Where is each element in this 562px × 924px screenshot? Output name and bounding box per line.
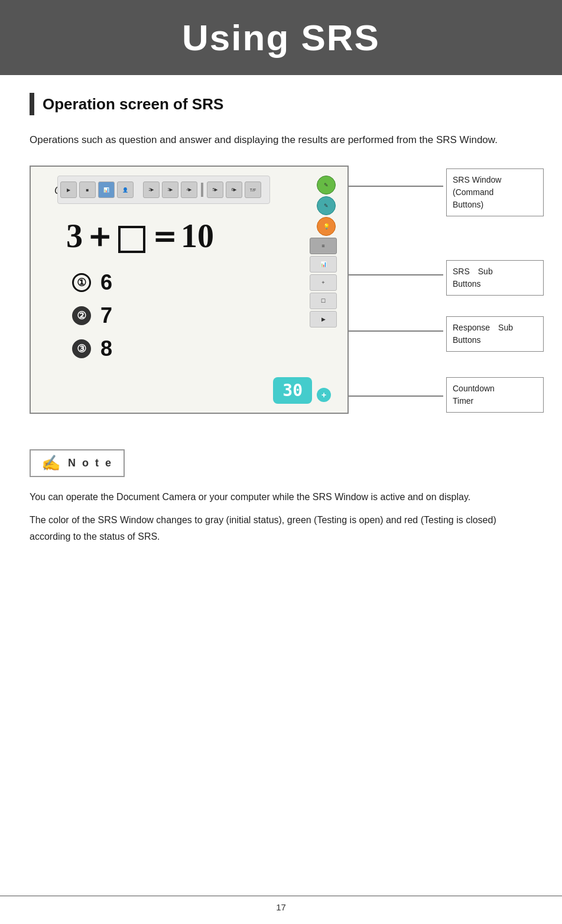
note-line-2: The color of the SRS Window changes to g… [30,512,532,544]
callout-countdown-label: CountdownTimer [453,384,495,406]
section-title-accent [30,93,34,115]
note-text-1: You can operate the Document Camera or y… [30,489,532,544]
note-badge: ✍ N o t e [30,449,125,477]
toolbar-btn-9[interactable]: 6▶ [226,181,242,198]
page-number: 17 [276,902,286,912]
note-section: ✍ N o t e [30,449,532,477]
toolbar-btn-8[interactable]: 5▶ [207,181,223,198]
right-btn-7[interactable]: ☐ [310,293,337,309]
answer-value-3: 8 [100,336,112,361]
content-area: Operation screen of SRS Operations such … [0,75,562,562]
right-btn-5[interactable]: 📊 [310,256,337,273]
math-square [118,226,145,253]
page-title: Using SRS [24,17,538,59]
callout-response-sub: Response SubButtons [446,316,544,352]
callout-countdown: CountdownTimer [446,377,544,413]
answer-value-1: 6 [100,270,112,295]
note-icon: ✍ [41,454,62,472]
circle-1: ① [72,273,91,292]
answer-options: ① 6 ② 7 ③ 8 [72,270,112,369]
callout-srs-sub: SRS SubButtons [446,260,544,296]
section-title: Operation screen of SRS [43,95,223,114]
right-btn-2[interactable]: ✎ [317,196,336,215]
note-badge-text: N o t e [68,457,113,469]
math-equation: 3＋＝10 [66,214,214,259]
toolbar-btn-2[interactable]: ■ [79,181,96,198]
top-toolbar: ▶ ■ 📊 👤 2▶ 3▶ 4▶ 5▶ 6▶ T/F [57,176,270,204]
section-title-bar: Operation screen of SRS [30,93,532,115]
right-btn-1[interactable]: ✎ [317,176,336,194]
countdown-plus-btn[interactable]: + [317,388,331,402]
toolbar-btn-4[interactable]: 👤 [117,181,134,198]
page-footer: 17 [0,896,562,912]
answer-value-2: 7 [100,303,112,328]
right-btn-3[interactable]: 💡 [317,217,336,236]
right-btn-8[interactable]: ▶ [310,311,337,328]
intro-text: Operations such as question and answer a… [30,132,532,148]
right-btn-6[interactable]: + [310,274,337,291]
page-header: Using SRS [0,0,562,75]
note-line-1: You can operate the Document Camera or y… [30,489,532,505]
answer-option-1: ① 6 [72,270,112,295]
right-btn-4[interactable]: ≡ [310,238,337,254]
toolbar-btn-6[interactable]: 3▶ [162,181,178,198]
circle-2: ② [72,306,91,325]
toolbar-btn-3[interactable]: 📊 [98,181,115,198]
toolbar-btn-7[interactable]: 4▶ [181,181,197,198]
right-toolbar: ✎ ✎ 💡 ≡ 📊 + ☐ ▶ [310,176,343,328]
toolbar-btn-5[interactable]: 2▶ [143,181,160,198]
callout-response-sub-label: Response SubButtons [453,323,513,345]
callout-srs-window-label: SRS Window(CommandButtons) [453,175,501,209]
toolbar-btn-10[interactable]: T/F [245,181,261,198]
answer-option-2: ② 7 [72,303,112,328]
diagram-area: Q1 ▶ ■ 📊 👤 2▶ 3▶ 4▶ 5▶ 6▶ T/F 3＋＝10 [30,166,544,420]
countdown-display: 30 [273,377,312,404]
srs-window-box: Q1 ▶ ■ 📊 👤 2▶ 3▶ 4▶ 5▶ 6▶ T/F 3＋＝10 [30,166,349,414]
circle-3: ③ [72,339,91,358]
callout-srs-sub-label: SRS SubButtons [453,267,493,288]
answer-option-3: ③ 8 [72,336,112,361]
toolbar-btn-1[interactable]: ▶ [60,181,77,198]
callout-srs-window: SRS Window(CommandButtons) [446,168,544,216]
